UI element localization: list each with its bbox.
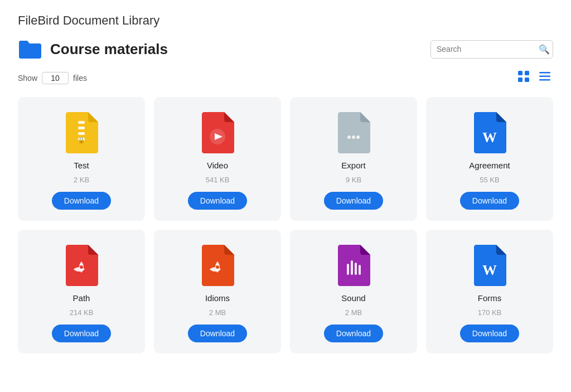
file-icon-wrapper: [333, 243, 374, 288]
svg-rect-6: [539, 79, 550, 81]
file-name: Forms: [478, 293, 502, 303]
svg-point-18: [80, 265, 83, 269]
download-button[interactable]: Download: [188, 325, 247, 342]
file-icon-wrapper: [61, 243, 101, 288]
file-icon-wrapper: W: [470, 110, 510, 155]
svg-rect-9: [78, 132, 85, 135]
file-icon-wrapper: 🔒: [61, 110, 101, 155]
file-size: 55 KB: [480, 176, 499, 184]
svg-text:W: W: [482, 129, 497, 146]
file-size: 170 KB: [478, 308, 502, 317]
file-name: Sound: [341, 293, 365, 303]
show-label: Show: [18, 74, 37, 83]
file-size: 2 MB: [209, 308, 226, 317]
show-files-group: Show files: [18, 72, 87, 84]
file-card: Export 9 KB Download: [290, 97, 417, 221]
file-icon-wrapper: [197, 110, 238, 155]
file-icon-wrapper: [197, 243, 238, 288]
file-card: Sound 2 MB Download: [290, 230, 417, 354]
file-card: 🔒 Test 2 KB Download: [18, 97, 145, 221]
file-name: Path: [73, 293, 90, 303]
files-label: files: [73, 74, 87, 83]
download-button[interactable]: Download: [460, 325, 519, 342]
file-icon-wrapper: W: [470, 243, 510, 288]
svg-rect-3: [525, 78, 529, 82]
file-card: Path 214 KB Download: [18, 230, 145, 354]
app-title: FileBird Document Library: [18, 13, 553, 28]
download-button[interactable]: Download: [324, 325, 383, 342]
file-card: Idioms 2 MB Download: [154, 230, 281, 354]
svg-point-14: [347, 135, 351, 139]
svg-text:W: W: [482, 262, 497, 278]
file-size: 2 KB: [74, 176, 89, 184]
view-toggle-group: [515, 69, 553, 87]
files-grid: 🔒 Test 2 KB Download Video 541 KB Downlo…: [18, 97, 553, 354]
svg-rect-1: [525, 71, 529, 75]
file-card: Video 541 KB Download: [154, 97, 281, 221]
download-button[interactable]: Download: [188, 192, 247, 210]
svg-rect-23: [359, 265, 361, 275]
svg-rect-22: [355, 263, 357, 275]
svg-rect-8: [78, 127, 85, 129]
file-name: Idioms: [205, 293, 230, 303]
file-size: 541 KB: [206, 176, 230, 184]
search-input[interactable]: [437, 45, 534, 54]
toolbar-row: Show files: [18, 69, 553, 87]
file-icon-wrapper: [333, 110, 374, 155]
svg-point-15: [352, 135, 355, 139]
list-view-icon[interactable]: [536, 69, 553, 87]
show-count-input[interactable]: [42, 72, 69, 84]
folder-title: Course materials: [50, 41, 168, 58]
folder-icon: [18, 39, 42, 59]
download-button[interactable]: Download: [460, 192, 519, 210]
file-name: Video: [207, 161, 228, 170]
svg-rect-0: [518, 71, 522, 75]
header-bar: Course materials 🔍: [18, 39, 553, 59]
svg-rect-21: [351, 260, 353, 275]
svg-rect-2: [518, 78, 522, 82]
svg-point-16: [356, 135, 360, 139]
svg-rect-5: [539, 76, 550, 78]
svg-rect-7: [78, 121, 85, 124]
svg-point-19: [216, 265, 219, 269]
svg-rect-20: [347, 264, 349, 275]
svg-text:🔒: 🔒: [78, 136, 85, 144]
file-size: 2 MB: [345, 308, 362, 317]
download-button[interactable]: Download: [324, 192, 383, 210]
file-card: W Forms 170 KB Download: [426, 230, 553, 354]
file-card: W Agreement 55 KB Download: [426, 97, 553, 221]
file-name: Test: [74, 161, 89, 170]
svg-rect-4: [539, 72, 550, 74]
folder-title-group: Course materials: [18, 39, 168, 59]
file-size: 214 KB: [70, 308, 94, 317]
grid-view-icon[interactable]: [515, 69, 532, 87]
file-size: 9 KB: [346, 176, 361, 184]
file-name: Agreement: [469, 161, 510, 170]
file-name: Export: [341, 161, 365, 170]
search-container: 🔍: [430, 40, 553, 59]
search-icon: 🔍: [539, 44, 550, 55]
download-button[interactable]: Download: [52, 192, 111, 210]
download-button[interactable]: Download: [52, 325, 111, 342]
